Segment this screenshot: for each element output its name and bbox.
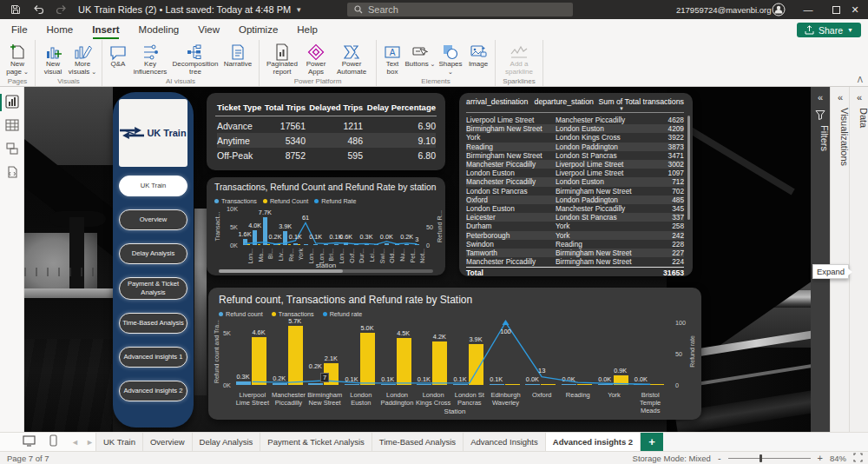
menu-insert[interactable]: Insert bbox=[82, 19, 128, 40]
prev-page-arrow[interactable]: ◄ bbox=[71, 438, 79, 447]
ticket-type-table[interactable]: Ticket TypeTotal TripsDelayed TripsDelay… bbox=[207, 93, 445, 170]
nav-uk-train[interactable]: UK Train bbox=[119, 176, 187, 196]
station-col-sum-of-total-transactions: Sum of Total transactions bbox=[598, 97, 684, 109]
decomposition-tree-button[interactable]: Decomposition tree bbox=[170, 42, 220, 76]
zoom-in-icon[interactable]: + bbox=[818, 453, 823, 463]
nav-advanced-insights-1[interactable]: Advanced insights 1 bbox=[119, 347, 187, 368]
menu-modeling[interactable]: Modeling bbox=[129, 19, 189, 40]
visualizations-pane-collapsed[interactable]: « Visualizations bbox=[830, 87, 849, 432]
zoom-slider[interactable] bbox=[728, 454, 811, 462]
model-view-icon[interactable] bbox=[5, 142, 20, 156]
station-transactions-table[interactable]: arrival_destinationdeparture_stationSum … bbox=[459, 93, 693, 276]
y-tick-right: 100 bbox=[675, 319, 686, 327]
nav-delay-analysis[interactable]: Delay Analysis bbox=[119, 243, 187, 264]
menu-view[interactable]: View bbox=[188, 19, 229, 40]
station-row: Liverpool Lime StreetManchester Piccadil… bbox=[466, 116, 684, 124]
bar-transactions bbox=[649, 384, 664, 385]
fit-to-page-icon[interactable] bbox=[853, 453, 863, 464]
data-label-transactions: 4.5K bbox=[397, 329, 410, 337]
transactions-refund-by-station-chart[interactable]: Transactions, Refund Count and Refund Ra… bbox=[207, 177, 445, 275]
data-label: 0.2K bbox=[268, 233, 281, 241]
cell: 17561 bbox=[260, 121, 306, 131]
mobile-layout-icon[interactable] bbox=[49, 434, 57, 450]
text-box-button[interactable]: AText box bbox=[380, 42, 404, 76]
new-page-tab-button[interactable]: + bbox=[641, 433, 663, 451]
minimize-button[interactable]: — bbox=[795, 0, 821, 19]
page-tab-overview[interactable]: Overview bbox=[143, 433, 193, 451]
redo-icon[interactable] bbox=[54, 3, 68, 17]
data-pane-collapsed[interactable]: « Data bbox=[849, 87, 868, 432]
q-a-button[interactable]: Q&A bbox=[106, 42, 130, 69]
expand-data-icon[interactable]: « bbox=[850, 92, 868, 103]
shapes-button[interactable]: Shapes ⌄ bbox=[436, 42, 465, 76]
close-button[interactable]: ✕ bbox=[842, 0, 868, 19]
station-row: London St PancrasBirmingham New Street70… bbox=[466, 187, 684, 196]
cell: 228 bbox=[640, 240, 684, 249]
page-tab-time-based-analysis[interactable]: Time-Based Analysis bbox=[372, 433, 464, 451]
station-table-scrollbar[interactable] bbox=[687, 116, 690, 220]
key-influencers-button[interactable]: Key influencers bbox=[130, 42, 170, 76]
ticket-col-delay-percentage: Delay Percentage bbox=[363, 103, 436, 112]
more-visuals-button[interactable]: More visuals ⌄ bbox=[67, 42, 98, 76]
narrative-button[interactable]: Narrative bbox=[220, 42, 255, 69]
title-dropdown-caret[interactable]: ▼ bbox=[295, 6, 302, 14]
mid-chart-scrollbar[interactable] bbox=[219, 269, 433, 273]
cell: 3922 bbox=[640, 133, 684, 142]
refund-transactions-by-station-chart[interactable]: Refund count, Transactions and Refund ra… bbox=[208, 288, 701, 420]
menu-file[interactable]: File bbox=[2, 19, 37, 40]
ribbon-group-visuals: New visualMore visuals ⌄Visuals bbox=[36, 40, 102, 86]
new-page-button[interactable]: New page ⌄ bbox=[3, 42, 31, 76]
share-button[interactable]: Share ▼ bbox=[797, 23, 861, 37]
report-view-icon[interactable] bbox=[5, 95, 20, 109]
page-tab-uk-train[interactable]: UK Train bbox=[95, 433, 143, 451]
power-automate-button[interactable]: Power Automate bbox=[331, 42, 372, 76]
account-avatar-icon[interactable] bbox=[772, 3, 786, 17]
data-pane-label: Data bbox=[850, 108, 868, 128]
page-tab-advanced-insights-2[interactable]: Advanced insights 2 bbox=[546, 433, 641, 451]
nav-payment-ticket-analysis[interactable]: Payment & Ticket Analysis bbox=[119, 277, 187, 300]
menu-help[interactable]: Help bbox=[287, 19, 327, 40]
expand-filters-icon[interactable]: « bbox=[811, 92, 830, 103]
buttons-button[interactable]: Buttons ⌄ bbox=[404, 42, 436, 69]
page-tab-advanced-insights[interactable]: Advanced Insights bbox=[464, 433, 546, 451]
save-icon[interactable] bbox=[9, 3, 23, 17]
desktop-layout-icon[interactable] bbox=[23, 434, 36, 450]
photo-platform-band bbox=[24, 288, 113, 298]
sort-descending-icon[interactable]: ▼ bbox=[619, 106, 624, 111]
y-tick: 0K bbox=[230, 242, 238, 249]
zoom-out-icon[interactable]: - bbox=[718, 453, 721, 463]
dax-query-view-icon[interactable] bbox=[5, 165, 20, 180]
undo-icon[interactable] bbox=[31, 3, 45, 17]
data-label-refund-count: 0.3K bbox=[236, 373, 249, 381]
station-row: Birmingham New StreetLondon St Pancras34… bbox=[466, 151, 684, 160]
report-canvas[interactable]: UK Train UK TrainOverviewDelay AnalysisP… bbox=[24, 87, 811, 432]
narrative-icon bbox=[228, 43, 247, 61]
ticket-row-off-peak: Off-Peak87525956.80 bbox=[217, 148, 436, 162]
nav-time-based-analysis[interactable]: Time-Based Analysis bbox=[119, 313, 187, 334]
account-email[interactable]: 217959724@mavenbi.org bbox=[676, 0, 771, 19]
power-apps-button[interactable]: Power Apps bbox=[301, 42, 331, 76]
expand-visualizations-icon[interactable]: « bbox=[831, 92, 850, 103]
station-row: PeterboroughYork242 bbox=[466, 231, 684, 240]
next-page-arrow[interactable]: ► bbox=[86, 438, 94, 447]
nav-advanced-insights-2[interactable]: Advanced insights 2 bbox=[119, 381, 187, 401]
page-tab-payment-ticket-analysis[interactable]: Payment & Ticket Analysis bbox=[260, 433, 372, 451]
cell: London Euston bbox=[556, 177, 640, 186]
bar-refund-count bbox=[381, 384, 396, 385]
share-label: Share bbox=[819, 25, 843, 36]
search-input[interactable]: Search bbox=[347, 3, 573, 17]
data-label-refund-count: 0.0K bbox=[526, 375, 539, 383]
nav-overview[interactable]: Overview bbox=[119, 209, 187, 230]
page-tab-delay-analysis[interactable]: Delay Analysis bbox=[193, 433, 261, 451]
cell: Durham bbox=[466, 222, 556, 230]
image-button[interactable]: Image bbox=[465, 42, 491, 69]
table-view-icon[interactable] bbox=[5, 118, 20, 133]
ribbon-collapse-icon[interactable]: ᐱ bbox=[858, 76, 863, 84]
menu-optimize[interactable]: Optimize bbox=[229, 19, 287, 40]
x-tick-label: Bri... bbox=[328, 249, 334, 261]
new-visual-button[interactable]: New visual bbox=[39, 42, 67, 76]
paginated-report-button[interactable]: Paginated report bbox=[263, 42, 301, 76]
menu-home[interactable]: Home bbox=[37, 19, 83, 40]
station-row: LeicesterLondon St Pancras337 bbox=[466, 213, 684, 222]
filters-pane-collapsed[interactable]: « Filters bbox=[811, 87, 830, 432]
